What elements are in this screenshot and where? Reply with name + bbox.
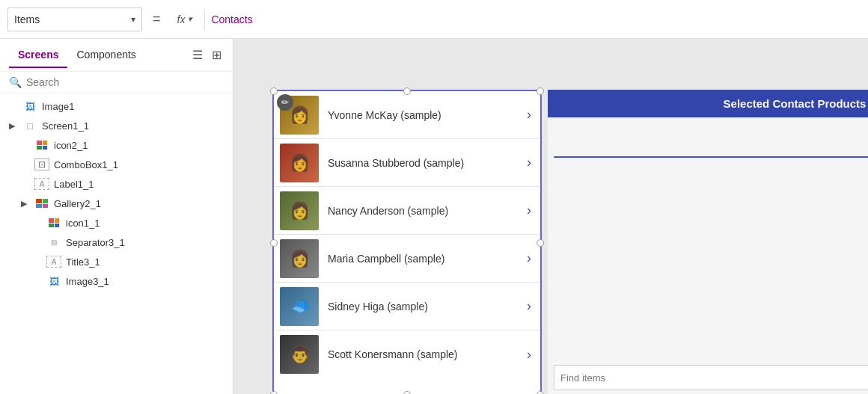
composite-icon-1 (46, 217, 61, 229)
item-label-icon2_1: icon2_1 (54, 140, 88, 151)
avatar-4: 🧢 (280, 287, 319, 326)
tree-list: 🖼 Image1 ▶ □ Screen1_1 icon2_1 (0, 93, 233, 394)
resize-handle-bl[interactable] (270, 391, 278, 394)
gallery-item-name-4: Sidney Higa (sample) (319, 301, 524, 313)
image3-icon: 🖼 (46, 275, 61, 287)
gallery-item-name-5: Scott Konersmann (sample) (319, 348, 524, 360)
gallery-item-0[interactable]: 👩 Yvonne McKay (sample) › (274, 91, 540, 139)
gallery-item-4[interactable]: 🧢 Sidney Higa (sample) › (274, 283, 540, 330)
gallery-edit-icon[interactable]: ✏ (277, 94, 293, 111)
items-dropdown-label: Items (14, 13, 40, 25)
gallery-icon (34, 197, 49, 209)
expand-arrow-gallery: ▶ (21, 199, 30, 209)
canvas-area: ✏ 👩 Yvonne McKay (sample) › 👩 Susanna St… (233, 39, 868, 394)
resize-handle-mr[interactable] (537, 239, 544, 247)
fx-chevron-icon: ▾ (188, 14, 192, 24)
tree-item-image1[interactable]: 🖼 Image1 (0, 96, 233, 116)
item-label-gallery2_1: Gallery2_1 (54, 198, 101, 209)
gallery-item-name-2: Nancy Anderson (sample) (319, 205, 524, 217)
combobox-icon: ⊡ (34, 158, 49, 170)
title-icon: A (46, 256, 61, 268)
list-view-button[interactable]: ☰ (190, 46, 205, 64)
screen-icon: □ (22, 120, 37, 132)
avatar-5: 👨 (280, 335, 319, 374)
gallery-item-5[interactable]: 👨 Scott Konersmann (sample) › (274, 330, 540, 378)
tree-item-separator3_1[interactable]: ⊟ Separator3_1 (0, 233, 233, 252)
item-label-label1_1: Label1_1 (54, 179, 94, 190)
contact-panel-title: Selected Contact Products (724, 97, 867, 110)
avatar-1: 👩 (280, 144, 319, 182)
blue-divider (554, 156, 868, 158)
resize-handle-tr[interactable] (537, 87, 544, 95)
chevron-down-icon: ▾ (131, 14, 135, 25)
avatar-2: 👩 (280, 191, 319, 230)
gallery-item-name-1: Susanna Stubberod (sample) (319, 157, 524, 169)
tab-components[interactable]: Components (67, 43, 144, 68)
formula-bar[interactable]: Contacts (204, 10, 861, 29)
search-input[interactable] (26, 76, 224, 88)
fx-label: fx (177, 13, 186, 25)
tree-item-combobox1_1[interactable]: ⊡ ComboBox1_1 (0, 155, 233, 174)
tabs-icons: ☰ ⊞ (190, 46, 224, 64)
item-label-separator3_1: Separator3_1 (66, 237, 125, 248)
gallery-item-3[interactable]: 👩 Maria Campbell (sample) › (274, 235, 540, 283)
image-icon: 🖼 (22, 100, 37, 112)
search-icon: 🔍 (9, 76, 22, 88)
resize-handle-ml[interactable] (270, 239, 278, 247)
contact-panel: Selected Contact Products ✕ ▾ + (548, 90, 868, 394)
gallery-item-name-3: Maria Campbell (sample) (319, 253, 524, 265)
formula-value: Contacts (211, 13, 252, 25)
tabs-left: Screens Components (9, 43, 145, 68)
gallery-item-1[interactable]: 👩 Susanna Stubberod (sample) › (274, 139, 540, 187)
contact-panel-header: Selected Contact Products (548, 90, 868, 117)
tree-item-label1_1[interactable]: A Label1_1 (0, 174, 233, 194)
gallery-panel: ✏ 👩 Yvonne McKay (sample) › 👩 Susanna St… (272, 90, 542, 394)
resize-handle-bm[interactable] (403, 391, 411, 394)
chevron-icon-2: › (524, 200, 534, 221)
tree-item-screen1_1[interactable]: ▶ □ Screen1_1 (0, 116, 233, 135)
equals-symbol: = (148, 11, 165, 27)
gallery-item-name-0: Yvonne McKay (sample) (319, 109, 524, 121)
item-label-image3_1: Image3_1 (66, 276, 109, 287)
tab-screens[interactable]: Screens (9, 43, 67, 68)
chevron-icon-4: › (524, 295, 534, 317)
gallery-item-2[interactable]: 👩 Nancy Anderson (sample) › (274, 187, 540, 235)
contact-input-row: ▾ + (554, 365, 868, 390)
fx-bar: fx ▾ (171, 13, 199, 25)
tree-item-gallery2_1[interactable]: ▶ Gallery2_1 (0, 194, 233, 213)
label-icon: A (34, 178, 49, 190)
main-area: Screens Components ☰ ⊞ 🔍 🖼 Image1 ▶ □ (0, 39, 868, 394)
toolbar: Items ▾ = fx ▾ Contacts (0, 0, 868, 39)
expand-arrow-screen: ▶ (9, 121, 18, 131)
tree-item-icon2_1[interactable]: icon2_1 (0, 135, 233, 155)
find-items-input[interactable] (554, 365, 868, 390)
chevron-icon-5: › (524, 344, 534, 366)
resize-handle-tm[interactable] (403, 87, 411, 95)
composite-icon-2 (34, 139, 49, 151)
tree-item-icon1_1[interactable]: icon1_1 (0, 213, 233, 233)
resize-handle-br[interactable] (537, 391, 544, 394)
item-label-icon1_1: icon1_1 (66, 218, 100, 229)
chevron-icon-1: › (524, 152, 534, 173)
contact-panel-body: ✕ ▾ + (548, 117, 868, 394)
grid-view-button[interactable]: ⊞ (210, 46, 224, 64)
item-label-image1: Image1 (42, 101, 74, 112)
search-bar: 🔍 (0, 72, 233, 93)
tree-item-image3_1[interactable]: 🖼 Image3_1 (0, 271, 233, 291)
tabs-row: Screens Components ☰ ⊞ (0, 39, 233, 72)
separator-icon: ⊟ (46, 236, 61, 248)
left-panel: Screens Components ☰ ⊞ 🔍 🖼 Image1 ▶ □ (0, 39, 233, 394)
item-label-title3_1: Title3_1 (66, 256, 100, 268)
chevron-icon-0: › (524, 104, 534, 126)
chevron-icon-3: › (524, 247, 534, 269)
tree-item-title3_1[interactable]: A Title3_1 (0, 252, 233, 271)
items-dropdown[interactable]: Items ▾ (7, 7, 142, 31)
resize-handle-tl[interactable] (270, 87, 278, 95)
item-label-combobox1_1: ComboBox1_1 (54, 159, 118, 170)
avatar-3: 👩 (280, 239, 319, 278)
item-label-screen1_1: Screen1_1 (42, 120, 89, 132)
